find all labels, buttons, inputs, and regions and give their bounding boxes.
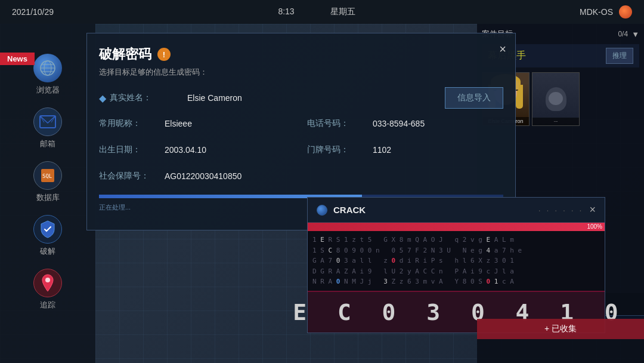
- mdk-os-icon: [619, 5, 632, 19]
- sidebar-item-database[interactable]: SQL 数据库: [33, 161, 62, 203]
- char-matrix: 1 E R S 1 z t 5 G X 8 m Q A O J q 2 v g …: [308, 231, 605, 291]
- matrix-row-1: 1 E R S 1 z t 5 G X 8 m Q A O J q 2 v g …: [312, 235, 600, 245]
- topbar-time: 8:13: [278, 7, 294, 17]
- real-name-value: Elsie Cameron: [163, 93, 445, 103]
- nickname-label: 常用昵称：: [99, 118, 153, 129]
- import-button[interactable]: 信息导入: [445, 87, 503, 109]
- real-name-label: 真实姓名：: [110, 93, 163, 103]
- crack-progress-label: 100%: [587, 223, 602, 231]
- matrix-row-4: D G R A Z A i 9 l U 2 y A C C n P A i 9 …: [312, 266, 600, 277]
- sidebar-email-label: 邮箱: [40, 139, 55, 149]
- topbar: 2021/10/29 8:13 星期五 MDK-OS: [0, 0, 644, 24]
- decode-title-text: 破解密码: [99, 45, 151, 63]
- door-label: 门牌号码：: [307, 144, 361, 155]
- decode-close-button[interactable]: ×: [499, 42, 506, 56]
- real-name-row: ◆ 真实姓名： Elsie Cameron 信息导入: [99, 87, 503, 109]
- phone-label: 电话号码：: [307, 118, 361, 129]
- crack-close-button[interactable]: ×: [589, 204, 596, 216]
- char-card-2[interactable]: ···: [532, 72, 580, 126]
- news-label: News: [7, 54, 27, 63]
- sidebar-item-track[interactable]: 追踪: [33, 269, 62, 310]
- door-value: 1102: [373, 145, 503, 155]
- nickname-row: 常用昵称： Elsieee: [99, 118, 295, 129]
- matrix-row-5: N R A 0 N M J j 3 Z z 6 3 m v A Y 8 0 S …: [312, 276, 600, 287]
- svg-point-10: [45, 278, 50, 282]
- collected-button[interactable]: + 已收集: [477, 319, 644, 339]
- email-icon: [33, 107, 62, 136]
- matrix-row-3: G A 7 0 3 a l l z 0 d i R i P s h l 6 X …: [312, 256, 600, 266]
- sidebar: News 浏览器 邮箱: [0, 24, 95, 363]
- crack-header: CRACK · · · · · · ×: [308, 198, 605, 223]
- warning-icon: !: [157, 48, 171, 61]
- crack-globe-icon: [317, 205, 327, 216]
- sidebar-crack-label: 破解: [40, 246, 55, 257]
- phone-row: 电话号码： 033-8594-685: [307, 118, 503, 129]
- pin-icon: [33, 269, 62, 297]
- sidebar-item-email[interactable]: 邮箱: [33, 107, 62, 149]
- birthday-label: 出生日期：: [99, 144, 153, 155]
- chevron-down-icon[interactable]: ▼: [631, 30, 639, 39]
- nickname-value: Elsieee: [165, 119, 295, 128]
- phone-value: 033-8594-685: [373, 119, 503, 128]
- sidebar-database-label: 数据库: [36, 192, 60, 203]
- door-row: 门牌号码： 1102: [307, 144, 503, 155]
- crack-title: CRACK: [333, 205, 532, 215]
- reasoning-button[interactable]: 推理: [606, 48, 633, 64]
- topbar-os: MDK-OS: [580, 7, 613, 17]
- shield-icon: [33, 215, 62, 244]
- info-right-col: 电话号码： 033-8594-685 门牌号码： 1102: [307, 118, 503, 189]
- topbar-weekday: 星期五: [330, 7, 355, 17]
- globe-icon: [33, 54, 62, 82]
- matrix-row-2: 1 S C 8 0 9 0 0 n 0 5 7 F 2 N 3 U N e g …: [312, 245, 600, 256]
- info-left-col: 常用昵称： Elsieee 出生日期： 2003.04.10 社会保障号： AG…: [99, 118, 295, 189]
- birthday-value: 2003.04.10: [165, 145, 295, 155]
- sidebar-browser-label: 浏览器: [36, 85, 60, 96]
- svg-text:SQL: SQL: [42, 173, 52, 179]
- sidebar-item-browser[interactable]: 浏览器: [33, 54, 62, 96]
- topbar-date: 2021/10/29: [12, 7, 54, 17]
- ssn-label: 社会保障号：: [99, 171, 153, 182]
- diamond-icon: ◆: [99, 93, 106, 104]
- decode-dialog-title: 破解密码 !: [99, 45, 503, 63]
- counter-badge: 0/4: [618, 30, 628, 38]
- crack-dialog: CRACK · · · · · · × 100% 1 E R S 1 z t 5…: [307, 197, 605, 333]
- ssn-row: 社会保障号： AG01220030410850: [99, 171, 295, 182]
- birthday-row: 出生日期： 2003.04.10: [99, 144, 295, 155]
- sidebar-track-label: 追踪: [40, 300, 55, 310]
- ssn-value: AG01220030410850: [165, 171, 295, 181]
- collected-label: + 已收集: [544, 324, 577, 333]
- char-name-2: ···: [532, 118, 579, 125]
- database-icon: SQL: [33, 161, 62, 190]
- info-columns: 常用昵称： Elsieee 出生日期： 2003.04.10 社会保障号： AG…: [99, 118, 503, 189]
- news-badge[interactable]: News: [0, 53, 35, 65]
- sidebar-item-crack[interactable]: 破解: [33, 215, 62, 257]
- crack-progress-fill: [308, 223, 605, 231]
- crack-dots: · · · · · ·: [538, 205, 584, 215]
- decode-subtitle: 选择目标足够的信息生成密码：: [99, 67, 503, 78]
- crack-progress-bar: 100%: [308, 223, 605, 231]
